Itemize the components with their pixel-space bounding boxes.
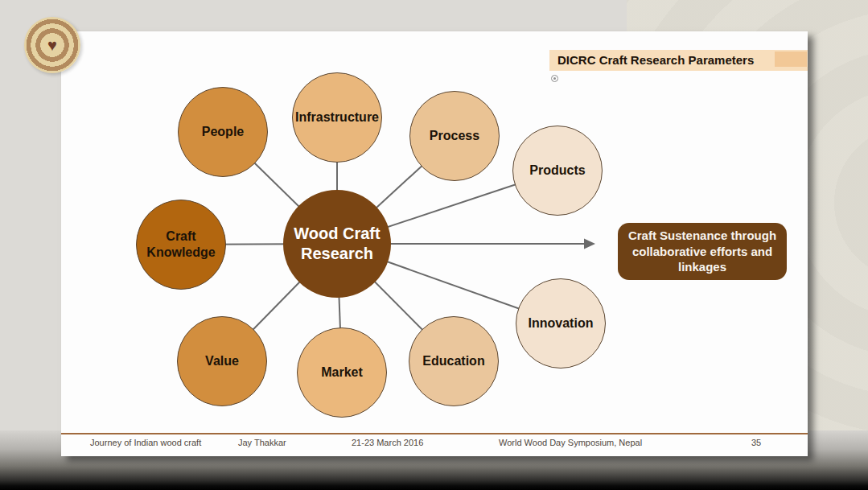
node-label: Craft Knowledge — [145, 229, 217, 261]
node-label: Innovation — [529, 315, 594, 331]
footer-divider — [61, 433, 808, 434]
footer-project: Journey of Indian wood craft — [90, 438, 201, 447]
node-label: Value — [205, 353, 239, 369]
node-market: Market — [297, 327, 387, 418]
node-craft-knowledge: Craft Knowledge — [136, 200, 226, 290]
node-label: Products — [529, 163, 585, 179]
node-infrastructure: Infrastructure — [292, 72, 382, 163]
node-education: Education — [409, 316, 499, 406]
node-label: Infrastructure — [295, 109, 379, 126]
footer-date: 21-23 March 2016 — [352, 438, 423, 447]
wood-log-rings-heart-icon: ♥ — [24, 17, 80, 73]
outcome-box: Craft Sustenance through collaborative e… — [618, 223, 787, 280]
node-products: Products — [512, 126, 603, 216]
node-people: People — [178, 87, 268, 177]
node-value: Value — [177, 316, 267, 406]
node-label: Education — [422, 353, 484, 369]
node-label: Market — [321, 364, 363, 381]
node-process: Process — [409, 91, 500, 181]
node-label: People — [202, 124, 244, 140]
heart-icon: ♥ — [47, 37, 57, 53]
outcome-label: Craft Sustenance through collaborative e… — [627, 228, 777, 275]
page-number: 35 — [751, 438, 761, 447]
video-frame: { "colors": { "hub": "#7a4513", "outcome… — [0, 0, 868, 490]
footer-author: Jay Thakkar — [238, 438, 286, 447]
node-innovation: Innovation — [516, 278, 606, 369]
hub-label: Wood Craft Research — [293, 224, 381, 264]
outcome-arrow-head — [584, 239, 595, 249]
presentation-slide: DICRC Craft Research Parameters People I… — [61, 31, 808, 456]
footer-event: World Wood Day Symposium, Nepal — [499, 438, 642, 447]
hub-wood-craft-research: Wood Craft Research — [283, 190, 391, 298]
node-label: Process — [430, 128, 479, 144]
